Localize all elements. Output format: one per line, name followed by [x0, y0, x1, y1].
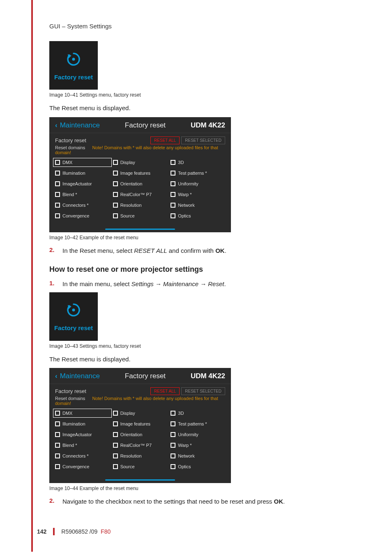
checkbox-icon[interactable] [55, 213, 60, 218]
domain-blend[interactable]: Blend * [55, 190, 110, 199]
checkbox-icon[interactable] [171, 213, 175, 218]
caption-img1: Image 10–41 Settings menu, factory reset [49, 92, 355, 98]
domain-convergence[interactable]: Convergence [55, 212, 110, 220]
checkbox-icon[interactable] [55, 203, 60, 208]
domain-image-features[interactable]: Image features [113, 169, 168, 177]
checkbox-icon[interactable] [113, 213, 118, 218]
domain-imageactuator[interactable]: ImageActuator [55, 430, 110, 439]
domain-network[interactable]: Network [171, 452, 225, 460]
step-1b-text: In the main menu, select Settings → Main… [62, 280, 226, 289]
checkbox-icon[interactable] [171, 192, 175, 197]
factory-reset-label: Factory reset [55, 137, 86, 143]
checkbox-icon[interactable] [113, 453, 118, 458]
domain-network[interactable]: Network [171, 201, 225, 209]
domain-optics[interactable]: Optics [171, 462, 225, 471]
checkbox-icon[interactable] [171, 421, 175, 426]
reset-menu-screenshot-1: ‹ Maintenance Factory reset UDM 4K22 Fac… [49, 117, 231, 232]
domain-resolution[interactable]: Resolution [113, 452, 168, 460]
checkbox-icon[interactable] [171, 453, 175, 458]
domain-warp[interactable]: Warp * [171, 441, 225, 449]
reset-domains-label: Reset domains [55, 396, 85, 401]
checkbox-icon[interactable] [113, 432, 118, 437]
chevron-left-icon[interactable]: ‹ [55, 372, 58, 380]
checkbox-icon[interactable] [171, 432, 175, 437]
reset-menu-screenshot-2: ‹ Maintenance Factory reset UDM 4K22 Fac… [49, 368, 231, 483]
domain-test-patterns[interactable]: Test patterns * [171, 420, 225, 428]
domain-illumination[interactable]: Illumination [55, 169, 110, 177]
reset-icon [65, 51, 82, 68]
domain-illumination[interactable]: Illumination [55, 420, 110, 428]
domain-3d[interactable]: 3D [171, 158, 225, 166]
checkbox-icon[interactable] [113, 203, 118, 208]
checkbox-icon[interactable] [113, 192, 118, 197]
maintenance-breadcrumb[interactable]: Maintenance [60, 372, 100, 380]
checkbox-icon[interactable] [55, 464, 60, 469]
model-label: UDM 4K22 [191, 372, 225, 380]
domain-connectors[interactable]: Connectors * [55, 452, 110, 460]
domain-orientation[interactable]: Orientation [113, 180, 168, 188]
reset-all-button[interactable]: RESET ALL [150, 136, 180, 144]
domain-test-patterns[interactable]: Test patterns * [171, 169, 225, 177]
checkbox-icon[interactable] [171, 181, 175, 186]
reset-displayed-text-1: The Reset menu is displayed. [49, 104, 355, 113]
checkbox-icon[interactable] [55, 171, 60, 176]
maintenance-breadcrumb[interactable]: Maintenance [60, 121, 100, 130]
checkbox-icon[interactable] [55, 432, 60, 437]
checkbox-icon[interactable] [171, 203, 175, 208]
domain-uniformity[interactable]: Uniformity [171, 430, 225, 439]
reset-selected-button[interactable]: RESET SELECTED [181, 387, 225, 395]
section-heading: How to reset one or more projector setti… [49, 265, 355, 274]
checkbox-icon[interactable] [171, 443, 175, 448]
checkbox-icon[interactable] [113, 411, 118, 416]
checkbox-icon[interactable] [55, 421, 60, 426]
domain-display[interactable]: Display [113, 409, 168, 417]
domain-realcolor[interactable]: RealColor™ P7 [113, 441, 168, 449]
domain-dmx[interactable]: DMX [53, 158, 112, 167]
reset-all-button[interactable]: RESET ALL [150, 387, 180, 395]
domain-blend[interactable]: Blend * [55, 441, 110, 449]
checkbox-icon[interactable] [55, 192, 60, 197]
checkbox-icon[interactable] [55, 443, 60, 448]
domain-optics[interactable]: Optics [171, 212, 225, 220]
checkbox-icon[interactable] [113, 464, 118, 469]
page-footer: 142 R5906852 /09 F80 [37, 528, 111, 535]
checkbox-icon[interactable] [113, 443, 118, 448]
checkbox-icon[interactable] [113, 421, 118, 426]
domain-display[interactable]: Display [113, 158, 168, 166]
reset-selected-button[interactable]: RESET SELECTED [181, 136, 225, 144]
domain-dmx[interactable]: DMX [53, 409, 112, 418]
domain-3d[interactable]: 3D [171, 409, 225, 417]
step-2a-text: In the Reset menu, select RESET ALL and … [62, 246, 226, 256]
svg-point-0 [72, 58, 75, 60]
tile-label: Factory reset [54, 324, 93, 331]
domain-source[interactable]: Source [113, 462, 168, 471]
checkbox-icon[interactable] [55, 160, 60, 165]
domain-resolution[interactable]: Resolution [113, 201, 168, 209]
step-number-1b: 1. [49, 280, 57, 287]
domain-image-features[interactable]: Image features [113, 420, 168, 428]
checkbox-icon[interactable] [55, 181, 60, 186]
checkbox-icon[interactable] [171, 171, 175, 176]
domain-realcolor[interactable]: RealColor™ P7 [113, 190, 168, 199]
domain-connectors[interactable]: Connectors * [55, 201, 110, 209]
tile-label: Factory reset [54, 74, 93, 81]
checkbox-icon[interactable] [113, 181, 118, 186]
checkbox-icon[interactable] [171, 160, 175, 165]
chevron-left-icon[interactable]: ‹ [55, 121, 58, 130]
step-number-2a: 2. [49, 246, 57, 253]
checkbox-icon[interactable] [113, 171, 118, 176]
domain-uniformity[interactable]: Uniformity [171, 180, 225, 188]
svg-point-2 [72, 309, 75, 312]
checkbox-icon[interactable] [171, 411, 175, 416]
domain-warp[interactable]: Warp * [171, 190, 225, 199]
screen-title: Factory reset [100, 372, 191, 380]
checkbox-icon[interactable] [113, 160, 118, 165]
domain-convergence[interactable]: Convergence [55, 462, 110, 471]
checkbox-icon[interactable] [55, 453, 60, 458]
checkbox-icon[interactable] [55, 411, 60, 416]
domain-orientation[interactable]: Orientation [113, 430, 168, 439]
step-number-2b: 2. [49, 497, 57, 504]
domain-source[interactable]: Source [113, 212, 168, 220]
domain-imageactuator[interactable]: ImageActuator [55, 180, 110, 188]
checkbox-icon[interactable] [171, 464, 175, 469]
